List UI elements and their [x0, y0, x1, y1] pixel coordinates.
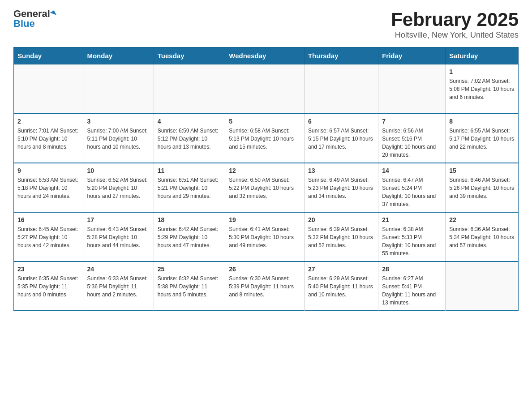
day-number: 21	[382, 216, 442, 223]
day-header-saturday: Saturday	[446, 47, 519, 64]
day-info: Sunrise: 6:50 AM Sunset: 5:22 PM Dayligh…	[229, 176, 300, 200]
calendar-cell: 22Sunrise: 6:36 AM Sunset: 5:34 PM Dayli…	[446, 212, 519, 261]
day-info: Sunrise: 7:01 AM Sunset: 5:10 PM Dayligh…	[17, 127, 79, 151]
day-info: Sunrise: 6:49 AM Sunset: 5:23 PM Dayligh…	[308, 176, 374, 200]
calendar-cell: 18Sunrise: 6:42 AM Sunset: 5:29 PM Dayli…	[154, 212, 225, 261]
day-info: Sunrise: 6:39 AM Sunset: 5:32 PM Dayligh…	[308, 225, 374, 249]
calendar-cell: 11Sunrise: 6:51 AM Sunset: 5:21 PM Dayli…	[154, 163, 225, 212]
day-info: Sunrise: 7:00 AM Sunset: 5:11 PM Dayligh…	[87, 127, 150, 151]
day-number: 14	[382, 167, 442, 174]
calendar-cell: 12Sunrise: 6:50 AM Sunset: 5:22 PM Dayli…	[225, 163, 305, 212]
calendar-cell: 20Sunrise: 6:39 AM Sunset: 5:32 PM Dayli…	[304, 212, 378, 261]
month-title: February 2025	[391, 9, 519, 30]
calendar-week-row: 23Sunrise: 6:35 AM Sunset: 5:35 PM Dayli…	[14, 261, 519, 311]
day-number: 18	[158, 216, 222, 223]
day-info: Sunrise: 6:43 AM Sunset: 5:28 PM Dayligh…	[87, 225, 150, 249]
calendar-cell: 9Sunrise: 6:53 AM Sunset: 5:18 PM Daylig…	[14, 163, 83, 212]
day-number: 25	[158, 265, 222, 273]
day-number: 9	[17, 167, 79, 174]
day-number: 26	[229, 265, 300, 273]
logo-blue: Blue	[13, 19, 35, 29]
calendar-cell: 27Sunrise: 6:29 AM Sunset: 5:40 PM Dayli…	[304, 261, 378, 311]
day-number: 17	[87, 216, 150, 223]
calendar-cell	[378, 64, 446, 114]
day-number: 13	[308, 167, 374, 174]
day-info: Sunrise: 6:57 AM Sunset: 5:15 PM Dayligh…	[308, 127, 374, 151]
logo-general: General	[13, 9, 50, 19]
calendar-header-row: SundayMondayTuesdayWednesdayThursdayFrid…	[14, 47, 519, 64]
day-number: 22	[449, 216, 515, 223]
day-number: 16	[17, 216, 79, 223]
day-number: 2	[17, 118, 79, 125]
day-number: 7	[382, 118, 442, 125]
day-number: 10	[87, 167, 150, 174]
day-number: 20	[308, 216, 374, 223]
day-number: 28	[382, 265, 442, 273]
calendar-cell	[304, 64, 378, 114]
day-info: Sunrise: 6:33 AM Sunset: 5:36 PM Dayligh…	[87, 274, 150, 299]
calendar-cell: 6Sunrise: 6:57 AM Sunset: 5:15 PM Daylig…	[304, 114, 378, 163]
day-info: Sunrise: 6:30 AM Sunset: 5:39 PM Dayligh…	[229, 274, 300, 299]
calendar-cell: 2Sunrise: 7:01 AM Sunset: 5:10 PM Daylig…	[14, 114, 83, 163]
calendar-cell: 14Sunrise: 6:47 AM Sunset: 5:24 PM Dayli…	[378, 163, 446, 212]
day-info: Sunrise: 6:59 AM Sunset: 5:12 PM Dayligh…	[158, 127, 222, 151]
calendar-cell	[225, 64, 305, 114]
day-info: Sunrise: 6:52 AM Sunset: 5:20 PM Dayligh…	[87, 176, 150, 200]
day-number: 6	[308, 118, 374, 125]
calendar-cell: 19Sunrise: 6:41 AM Sunset: 5:30 PM Dayli…	[225, 212, 305, 261]
day-number: 1	[449, 68, 515, 75]
calendar-cell: 16Sunrise: 6:45 AM Sunset: 5:27 PM Dayli…	[14, 212, 83, 261]
day-header-thursday: Thursday	[304, 47, 378, 64]
day-info: Sunrise: 6:32 AM Sunset: 5:38 PM Dayligh…	[158, 274, 222, 299]
calendar-cell: 26Sunrise: 6:30 AM Sunset: 5:39 PM Dayli…	[225, 261, 305, 311]
title-block: February 2025 Holtsville, New York, Unit…	[391, 9, 519, 40]
day-info: Sunrise: 6:58 AM Sunset: 5:13 PM Dayligh…	[229, 127, 300, 151]
day-info: Sunrise: 6:42 AM Sunset: 5:29 PM Dayligh…	[158, 225, 222, 249]
calendar-cell: 25Sunrise: 6:32 AM Sunset: 5:38 PM Dayli…	[154, 261, 225, 311]
calendar-cell: 1Sunrise: 7:02 AM Sunset: 5:08 PM Daylig…	[446, 64, 519, 114]
day-info: Sunrise: 6:36 AM Sunset: 5:34 PM Dayligh…	[449, 225, 515, 249]
logo: General Blue	[13, 9, 56, 29]
calendar-week-row: 2Sunrise: 7:01 AM Sunset: 5:10 PM Daylig…	[14, 114, 519, 163]
day-number: 23	[17, 265, 79, 273]
logo-arrow-icon	[50, 10, 57, 17]
day-header-wednesday: Wednesday	[225, 47, 305, 64]
calendar-cell	[83, 64, 154, 114]
day-number: 5	[229, 118, 300, 125]
calendar-table: SundayMondayTuesdayWednesdayThursdayFrid…	[13, 47, 519, 311]
day-info: Sunrise: 6:27 AM Sunset: 5:41 PM Dayligh…	[382, 274, 442, 307]
day-info: Sunrise: 6:53 AM Sunset: 5:18 PM Dayligh…	[17, 176, 79, 200]
day-number: 8	[449, 118, 515, 125]
day-number: 12	[229, 167, 300, 174]
day-number: 15	[449, 167, 515, 174]
day-info: Sunrise: 6:56 AM Sunset: 5:16 PM Dayligh…	[382, 127, 442, 159]
calendar-cell: 7Sunrise: 6:56 AM Sunset: 5:16 PM Daylig…	[378, 114, 446, 163]
calendar-cell: 28Sunrise: 6:27 AM Sunset: 5:41 PM Dayli…	[378, 261, 446, 311]
calendar-cell	[154, 64, 225, 114]
day-number: 3	[87, 118, 150, 125]
calendar-cell: 15Sunrise: 6:46 AM Sunset: 5:26 PM Dayli…	[446, 163, 519, 212]
page-header: General Blue February 2025 Holtsville, N…	[13, 9, 519, 40]
day-info: Sunrise: 7:02 AM Sunset: 5:08 PM Dayligh…	[449, 77, 515, 101]
calendar-cell: 3Sunrise: 7:00 AM Sunset: 5:11 PM Daylig…	[83, 114, 154, 163]
day-number: 4	[158, 118, 222, 125]
calendar-week-row: 9Sunrise: 6:53 AM Sunset: 5:18 PM Daylig…	[14, 163, 519, 212]
day-info: Sunrise: 6:29 AM Sunset: 5:40 PM Dayligh…	[308, 274, 374, 299]
calendar-cell: 24Sunrise: 6:33 AM Sunset: 5:36 PM Dayli…	[83, 261, 154, 311]
calendar-cell: 13Sunrise: 6:49 AM Sunset: 5:23 PM Dayli…	[304, 163, 378, 212]
day-info: Sunrise: 6:46 AM Sunset: 5:26 PM Dayligh…	[449, 176, 515, 200]
calendar-cell: 10Sunrise: 6:52 AM Sunset: 5:20 PM Dayli…	[83, 163, 154, 212]
day-number: 19	[229, 216, 300, 223]
calendar-cell: 17Sunrise: 6:43 AM Sunset: 5:28 PM Dayli…	[83, 212, 154, 261]
day-number: 24	[87, 265, 150, 273]
day-info: Sunrise: 6:38 AM Sunset: 5:33 PM Dayligh…	[382, 225, 442, 257]
calendar-week-row: 1Sunrise: 7:02 AM Sunset: 5:08 PM Daylig…	[14, 64, 519, 114]
calendar-cell: 4Sunrise: 6:59 AM Sunset: 5:12 PM Daylig…	[154, 114, 225, 163]
calendar-cell: 5Sunrise: 6:58 AM Sunset: 5:13 PM Daylig…	[225, 114, 305, 163]
day-header-sunday: Sunday	[14, 47, 83, 64]
day-number: 27	[308, 265, 374, 273]
calendar-week-row: 16Sunrise: 6:45 AM Sunset: 5:27 PM Dayli…	[14, 212, 519, 261]
day-header-friday: Friday	[378, 47, 446, 64]
day-header-tuesday: Tuesday	[154, 47, 225, 64]
day-info: Sunrise: 6:35 AM Sunset: 5:35 PM Dayligh…	[17, 274, 79, 299]
